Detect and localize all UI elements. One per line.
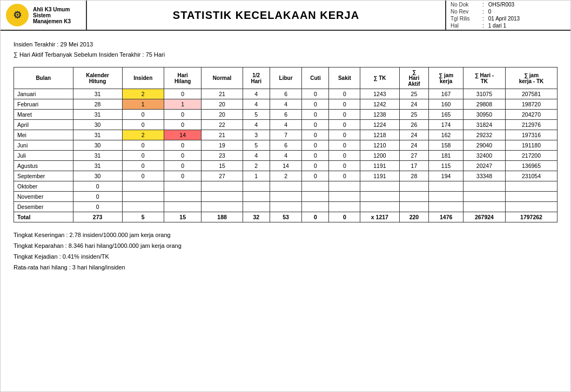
table-cell: 204270 bbox=[506, 110, 557, 120]
doc-field-1: No Rev : 0 bbox=[451, 9, 566, 15]
table-cell bbox=[302, 192, 329, 202]
table-total-cell: Total bbox=[14, 212, 73, 222]
table-cell bbox=[164, 202, 201, 212]
table-cell: 20247 bbox=[463, 161, 505, 171]
table-cell bbox=[429, 192, 463, 202]
doc-tgl-rilis: 01 April 2013 bbox=[488, 16, 520, 22]
table-cell bbox=[164, 192, 201, 202]
table-cell: 0 bbox=[122, 151, 164, 161]
table-cell: 2 bbox=[270, 171, 302, 181]
table-cell: 23 bbox=[201, 151, 243, 161]
table-cell bbox=[122, 202, 164, 212]
header: ⚙ Ahli K3 Umum Sistem Manajemen K3 STATI… bbox=[1, 1, 570, 31]
table-cell: 26 bbox=[399, 120, 429, 130]
table-cell: 160 bbox=[429, 99, 463, 110]
th-hari-hilang: HariHilang bbox=[164, 67, 201, 89]
table-cell: 174 bbox=[429, 120, 463, 130]
table-cell: 30950 bbox=[463, 110, 505, 120]
table-cell: 0 bbox=[329, 140, 360, 151]
table-cell: 0 bbox=[302, 161, 329, 171]
table-cell: Juni bbox=[14, 140, 73, 151]
table-cell: 24 bbox=[399, 99, 429, 110]
statistics-table: Bulan KalenderHitung Insiden HariHilang … bbox=[14, 67, 557, 222]
table-cell: 0 bbox=[73, 181, 122, 192]
table-cell: 0 bbox=[164, 110, 201, 120]
table-cell: 24 bbox=[399, 140, 429, 151]
table-cell bbox=[329, 181, 360, 192]
table-total-cell: 53 bbox=[270, 212, 302, 222]
table-cell: 30 bbox=[73, 171, 122, 181]
table-cell: 165 bbox=[429, 110, 463, 120]
th-kalender: KalenderHitung bbox=[73, 67, 122, 89]
stat-line-1: Tingkat Keparahan : 8.346 hari hilang/10… bbox=[14, 241, 557, 252]
doc-no-rev: 0 bbox=[488, 9, 492, 15]
table-cell: 1238 bbox=[360, 110, 399, 120]
table-cell: Januari bbox=[14, 89, 73, 99]
th-jam-tk: ∑ jamkerja - TK bbox=[506, 67, 557, 89]
table-cell: 21 bbox=[201, 89, 243, 99]
th-cuti: Cuti bbox=[302, 67, 329, 89]
table-cell: 29232 bbox=[463, 130, 505, 140]
table-cell: 0 bbox=[164, 171, 201, 181]
table-cell bbox=[360, 202, 399, 212]
table-cell bbox=[506, 181, 557, 192]
table-cell: Juli bbox=[14, 151, 73, 161]
table-cell: 32400 bbox=[463, 151, 505, 161]
table-cell: 0 bbox=[302, 120, 329, 130]
table-cell bbox=[329, 202, 360, 212]
th-hari-tk: ∑ Hari -TK bbox=[463, 67, 505, 89]
table-cell: Maret bbox=[14, 110, 73, 120]
table-row: Februari281120440012422416029808198720 bbox=[14, 99, 557, 110]
table-cell: 136965 bbox=[506, 161, 557, 171]
table-cell: 24 bbox=[399, 130, 429, 140]
table-cell: 1224 bbox=[360, 120, 399, 130]
table-cell: 5 bbox=[243, 140, 270, 151]
table-cell: 207581 bbox=[506, 89, 557, 99]
table-cell: 22 bbox=[201, 120, 243, 130]
table-total-row: Total273515188325300x 121722014762679241… bbox=[14, 212, 557, 222]
table-cell: 31824 bbox=[463, 120, 505, 130]
table-cell: Desember bbox=[14, 202, 73, 212]
table-row: September300027120011912819433348231054 bbox=[14, 171, 557, 181]
table-cell: 30 bbox=[73, 120, 122, 130]
table-cell bbox=[463, 202, 505, 212]
stat-line-2: Tingkat Kejadian : 0.41% insiden/TK bbox=[14, 252, 557, 262]
table-cell bbox=[429, 202, 463, 212]
table-cell: 20 bbox=[201, 110, 243, 120]
table-cell bbox=[506, 192, 557, 202]
org-info: Ahli K3 Umum Sistem Manajemen K3 bbox=[33, 6, 80, 24]
th-tk: ∑ TK bbox=[360, 67, 399, 89]
table-cell: 1210 bbox=[360, 140, 399, 151]
table-cell: 31 bbox=[73, 89, 122, 99]
table-cell: 167 bbox=[429, 89, 463, 99]
table-cell: 0 bbox=[329, 130, 360, 140]
table-cell: 31 bbox=[73, 130, 122, 140]
table-cell bbox=[463, 181, 505, 192]
org-name: Ahli K3 Umum bbox=[33, 6, 80, 12]
last-incident: Insiden Terakhir : 29 Mei 2013 bbox=[14, 39, 557, 50]
table-cell: September bbox=[14, 171, 73, 181]
table-cell: 1243 bbox=[360, 89, 399, 99]
table-cell: 0 bbox=[302, 151, 329, 161]
table-cell: 1242 bbox=[360, 99, 399, 110]
table-row: Juli310023440012002718132400217200 bbox=[14, 151, 557, 161]
table-cell bbox=[302, 202, 329, 212]
table-cell: 0 bbox=[302, 171, 329, 181]
th-sakit: Sakit bbox=[329, 67, 360, 89]
table-cell: 15 bbox=[201, 161, 243, 171]
table-cell bbox=[201, 202, 243, 212]
table-cell: 28 bbox=[399, 171, 429, 181]
table-cell: 0 bbox=[122, 140, 164, 151]
table-cell: 0 bbox=[329, 99, 360, 110]
table-cell: 0 bbox=[329, 171, 360, 181]
table-cell: 14 bbox=[270, 161, 302, 171]
th-jam-kerja: ∑ jamkerja bbox=[429, 67, 463, 89]
table-cell bbox=[122, 192, 164, 202]
table-cell: 2 bbox=[122, 89, 164, 99]
table-cell bbox=[122, 181, 164, 192]
table-cell: 30 bbox=[73, 140, 122, 151]
page-title: STATISTIK KECELAKAAN KERJA bbox=[87, 1, 446, 30]
table-cell bbox=[399, 181, 429, 192]
table-cell: 6 bbox=[270, 89, 302, 99]
table-cell: 19 bbox=[201, 140, 243, 151]
